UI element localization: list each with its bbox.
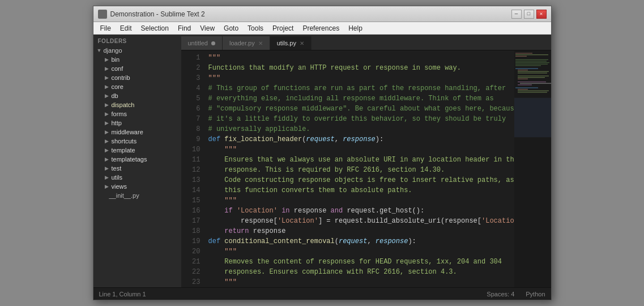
menu-preferences[interactable]: Preferences xyxy=(298,23,344,33)
status-bar: Line 1, Column 1 Spaces: 4 Python xyxy=(93,287,551,300)
sidebar-item-shortcuts[interactable]: ▶shortcuts xyxy=(93,137,181,146)
svg-rect-0 xyxy=(514,50,551,287)
tab-close-icon[interactable]: ✕ xyxy=(258,40,263,46)
arrow-icon: ▶ xyxy=(105,57,112,62)
arrow-icon: ▶ xyxy=(105,138,112,144)
expand-arrow: ▼ xyxy=(97,48,104,53)
menu-selection[interactable]: Selection xyxy=(137,23,173,33)
svg-rect-22 xyxy=(518,92,547,92)
editor-area: untitled loader.py ✕ utils.py ✕ 12345 67… xyxy=(181,35,551,287)
svg-rect-10 xyxy=(518,70,528,70)
menu-bar: File Edit Selection Find View Goto Tools… xyxy=(93,22,551,35)
tab-untitled[interactable]: untitled xyxy=(181,36,223,50)
tab-close-icon[interactable]: ✕ xyxy=(300,40,304,46)
cursor-position: Line 1, Column 1 xyxy=(99,291,146,298)
folders-header: FOLDERS xyxy=(93,35,181,46)
menu-find[interactable]: Find xyxy=(173,23,195,33)
sidebar-item-db[interactable]: ▶db xyxy=(93,91,181,100)
sidebar-item-template[interactable]: ▶template xyxy=(93,146,181,155)
menu-tools[interactable]: Tools xyxy=(243,23,268,33)
sidebar-item-bin[interactable]: ▶bin xyxy=(93,55,181,64)
arrow-icon: ▶ xyxy=(105,102,112,108)
menu-file[interactable]: File xyxy=(96,23,116,33)
arrow-icon: ▶ xyxy=(105,156,112,162)
svg-rect-3 xyxy=(515,56,527,57)
sidebar-item-test[interactable]: ▶test xyxy=(93,164,181,173)
svg-rect-14 xyxy=(518,77,545,78)
minimap-svg xyxy=(514,50,551,287)
sidebar-item-contrib[interactable]: ▶contrib xyxy=(93,73,181,82)
arrow-icon: ▶ xyxy=(105,66,112,71)
tab-label: utils.py xyxy=(277,40,296,46)
arrow-icon: ▶ xyxy=(105,165,112,171)
sidebar-item-dispatch[interactable]: ▶dispatch xyxy=(93,100,181,109)
code-container: 12345 678910 1112131415 1617181920 21222… xyxy=(181,50,551,287)
folder-label: django xyxy=(104,47,122,54)
svg-rect-21 xyxy=(518,91,549,91)
menu-view[interactable]: View xyxy=(195,23,219,33)
svg-rect-9 xyxy=(515,68,538,69)
arrow-icon: ▶ xyxy=(105,120,112,126)
sidebar-item-core[interactable]: ▶core xyxy=(93,82,181,91)
modified-dot xyxy=(211,41,215,45)
close-button[interactable]: ✕ xyxy=(536,10,547,19)
sidebar-item-django[interactable]: ▼ django xyxy=(93,46,181,55)
svg-rect-4 xyxy=(515,60,548,60)
svg-rect-7 xyxy=(515,64,548,65)
svg-rect-1 xyxy=(515,53,532,53)
sidebar-item-views[interactable]: ▶views xyxy=(93,182,181,191)
window-title: Demonstration - Sublime Text 2 xyxy=(110,10,511,18)
svg-rect-23 xyxy=(514,98,551,138)
arrow-icon: ▶ xyxy=(105,147,112,153)
tab-bar: untitled loader.py ✕ utils.py ✕ xyxy=(181,35,551,50)
line-numbers: 12345 678910 1112131415 1617181920 21222… xyxy=(181,50,204,287)
sidebar-item-conf[interactable]: ▶conf xyxy=(93,64,181,73)
sidebar: FOLDERS ▼ django ▶bin ▶conf ▶contrib ▶co… xyxy=(93,35,181,287)
tab-loader[interactable]: loader.py ✕ xyxy=(223,36,270,50)
svg-rect-6 xyxy=(515,62,549,63)
svg-rect-8 xyxy=(515,65,541,66)
menu-edit[interactable]: Edit xyxy=(116,23,137,33)
arrow-icon: ▶ xyxy=(105,184,112,189)
status-right: Spaces: 4 Python xyxy=(487,291,545,298)
menu-goto[interactable]: Goto xyxy=(219,23,243,33)
svg-rect-5 xyxy=(515,61,547,61)
app-icon xyxy=(98,10,107,19)
sidebar-item-forms[interactable]: ▶forms xyxy=(93,109,181,118)
svg-rect-2 xyxy=(515,54,548,55)
tab-label: loader.py xyxy=(229,40,255,46)
tab-utils[interactable]: utils.py ✕ xyxy=(270,36,312,50)
arrow-icon: ▶ xyxy=(105,129,112,135)
title-bar: Demonstration - Sublime Text 2 ─ □ ✕ xyxy=(93,6,551,22)
window-controls: ─ □ ✕ xyxy=(511,10,547,19)
arrow-icon: ▶ xyxy=(105,111,112,117)
main-window: Demonstration - Sublime Text 2 ─ □ ✕ Fil… xyxy=(93,6,552,300)
svg-rect-12 xyxy=(518,73,547,73)
sidebar-item-init[interactable]: __init__.py xyxy=(93,191,181,200)
svg-rect-15 xyxy=(518,79,528,79)
language-indicator: Python xyxy=(526,291,545,298)
menu-help[interactable]: Help xyxy=(344,23,367,33)
svg-rect-13 xyxy=(518,75,549,76)
arrow-icon: ▶ xyxy=(105,93,112,99)
arrow-icon: ▶ xyxy=(105,75,112,80)
svg-rect-17 xyxy=(520,83,551,83)
maximize-button[interactable]: □ xyxy=(524,10,534,19)
svg-rect-11 xyxy=(518,71,549,72)
main-area: FOLDERS ▼ django ▶bin ▶conf ▶contrib ▶co… xyxy=(93,35,551,287)
svg-rect-16 xyxy=(518,82,546,82)
menu-project[interactable]: Project xyxy=(268,23,298,33)
tab-label: untitled xyxy=(188,40,208,46)
sidebar-item-http[interactable]: ▶http xyxy=(93,118,181,128)
spaces-indicator: Spaces: 4 xyxy=(487,291,514,298)
svg-rect-20 xyxy=(518,89,528,90)
sidebar-item-templatetags[interactable]: ▶templatetags xyxy=(93,155,181,164)
code-editor[interactable]: """ Functions that modify an HTTP reques… xyxy=(204,50,514,287)
minimap xyxy=(514,50,551,287)
svg-rect-19 xyxy=(515,87,538,88)
arrow-icon: ▶ xyxy=(105,84,112,90)
sidebar-item-middleware[interactable]: ▶middleware xyxy=(93,128,181,137)
minimize-button[interactable]: ─ xyxy=(511,10,522,19)
arrow-icon: ▶ xyxy=(105,175,112,180)
sidebar-item-utils[interactable]: ▶utils xyxy=(93,173,181,182)
